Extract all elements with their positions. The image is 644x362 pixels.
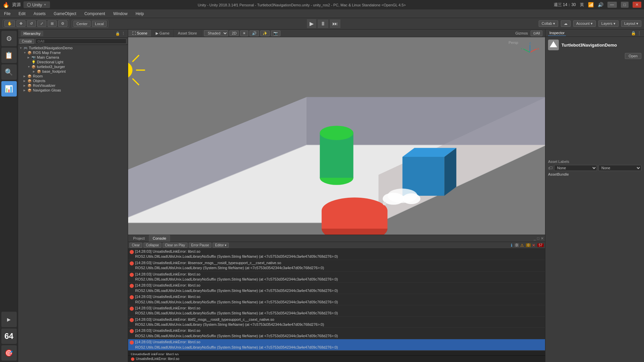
layers-btn[interactable]: Layers ▾ — [598, 20, 619, 27]
asset-bundle-dropdown[interactable]: None — [554, 165, 597, 171]
taskbar-icon-4[interactable]: ▶ — [1, 312, 17, 327]
menu-file[interactable]: File — [3, 11, 12, 17]
clear-on-play-btn[interactable]: Clear on Play — [163, 243, 187, 248]
tree-icon-2: 💡 — [32, 60, 36, 64]
hierarchy-menu-icon[interactable]: ⋮ — [121, 32, 125, 36]
gizmos-label: Gizmos — [515, 31, 528, 35]
menu-help[interactable]: Help — [134, 11, 145, 17]
clear-btn[interactable]: Clear — [129, 243, 142, 248]
inspector-open-btn[interactable]: Open — [625, 53, 641, 59]
hierarchy-lock-icon[interactable]: 🔒 — [115, 32, 120, 36]
shading-dropdown[interactable]: Shaded — [204, 30, 228, 36]
lang-selector[interactable]: 英 — [580, 2, 584, 8]
inspector-lock-btn[interactable]: 🔒 — [631, 31, 636, 36]
console-row-7[interactable]: ⬤ [14:28:03] UnsatisfiedLinkError: librc… — [128, 328, 545, 339]
tab-game[interactable]: ▶ Game — [152, 30, 174, 37]
tree-item-5[interactable]: ▶ 📦 Room — [18, 74, 128, 78]
tree-item-4[interactable]: ▶ 📦 base_footprint — [18, 69, 128, 74]
editor-btn[interactable]: Editor ▾ — [213, 243, 229, 248]
console-row-6[interactable]: ⬤ [14:28:03] UnsatisfiedLinkError: libtf… — [128, 317, 545, 328]
console-row-4[interactable]: ⬤ [14:28:03] UnsatisfiedLinkError: librc… — [128, 294, 545, 305]
gizmos-btn[interactable]: ⊙All — [531, 31, 542, 36]
error-icon-4: ⬤ — [129, 295, 134, 299]
menu-assets[interactable]: Assets — [32, 11, 47, 17]
maximize-panel-btn[interactable]: □ — [537, 236, 539, 240]
taskbar-icon-1[interactable]: 📋 — [1, 48, 17, 63]
hierarchy-tree: ▼ 🎮 Turtlebot3NavigationDemo ▼ 📦 ROS Map… — [18, 45, 128, 362]
account-btn[interactable]: Account ▾ — [573, 20, 596, 27]
menu-window[interactable]: Window — [112, 11, 129, 17]
pause-btn[interactable]: ⏸ — [318, 19, 328, 28]
taskbar-icon-3[interactable]: 📊 — [1, 81, 17, 97]
tree-item-8[interactable]: ▶ 📦 Navigation Gloas — [18, 88, 128, 93]
lights-btn[interactable]: ☀ — [240, 31, 248, 36]
2d-btn[interactable]: 2D — [229, 31, 239, 36]
space-btn[interactable]: Local — [92, 21, 107, 27]
tab-asset-store[interactable]: Asset Store — [174, 30, 201, 37]
tree-arrow-7: ▶ — [23, 84, 28, 87]
console-row-8[interactable]: ⬤ [14:28:03] UnsatisfiedLinkError: librc… — [128, 339, 545, 351]
step-btn[interactable]: ⏭ — [330, 19, 340, 28]
game-label: Game — [159, 31, 169, 35]
rect-tool[interactable]: ⊞ — [48, 20, 57, 27]
console-row-1[interactable]: ⬤ [14:28:03] UnsatisfiedLinkError: libse… — [128, 260, 545, 272]
minimize-btn[interactable]: — — [607, 2, 617, 8]
console-content[interactable]: ⬤ [14:28:03] UnsatisfiedLinkError: librc… — [128, 249, 545, 355]
asset-variant-dropdown[interactable]: None — [598, 165, 641, 171]
menu-gameobject[interactable]: GameObject — [52, 11, 77, 17]
unity-icon[interactable]: ⬡ Unity ▼ — [23, 1, 50, 8]
inspector-tabs: Inspector 🔒 ⋮ — [545, 29, 644, 37]
maximize-btn[interactable]: □ — [621, 2, 629, 8]
camera-btn[interactable]: 📷 — [271, 31, 280, 36]
hand-tool[interactable]: ✋ — [4, 20, 15, 27]
close-btn[interactable]: ✕ — [633, 2, 641, 8]
collapse-btn[interactable]: Collapse — [144, 243, 161, 248]
tree-label-5: Room — [33, 74, 43, 78]
taskbar-icon-0[interactable]: ⚙ — [1, 31, 17, 46]
console-row-2[interactable]: ⬤ [14:28:03] UnsatisfiedLinkError: librc… — [128, 272, 545, 283]
tree-item-0[interactable]: ▼ 📦 ROS Map Frame — [18, 50, 128, 55]
create-btn[interactable]: Create — [19, 39, 34, 44]
console-text-0: [14:28:03] UnsatisfiedLinkError: librcl.… — [135, 249, 544, 259]
effects-btn[interactable]: ✨ — [260, 31, 270, 36]
tree-item-2[interactable]: 💡 Directional Light — [18, 60, 128, 64]
pivot-btn[interactable]: Center — [73, 21, 91, 27]
error-pause-btn[interactable]: Error Pause — [189, 243, 211, 248]
tree-item-3[interactable]: ▼ 📦 turtlebot3_burger — [18, 64, 128, 69]
hierarchy-search[interactable] — [36, 39, 126, 44]
console-text-3: [14:28:03] UnsatisfiedLinkError: librcl.… — [135, 283, 544, 293]
scene-3d — [128, 37, 545, 235]
tree-item-6[interactable]: ▶ 📦 Objects — [18, 78, 128, 83]
collab-btn[interactable]: Collab ▾ — [539, 20, 558, 27]
tree-item-1[interactable]: ▶ 📷 Main Camera — [18, 55, 128, 60]
close-panel-btn[interactable]: ✕ — [541, 236, 544, 241]
inspector-menu-btn[interactable]: ⋮ — [637, 31, 641, 36]
menu-edit[interactable]: Edit — [17, 11, 27, 17]
play-btn[interactable]: ▶ — [307, 19, 316, 28]
transform-tool[interactable]: ⚙ — [58, 20, 67, 27]
console-row-3[interactable]: ⬤ [14:28:03] UnsatisfiedLinkError: librc… — [128, 283, 545, 294]
tree-item-root[interactable]: ▼ 🎮 Turtlebot3NavigationDemo — [18, 46, 128, 50]
scene-viewport[interactable]: X Y Z Persp — [128, 37, 545, 235]
audio-btn[interactable]: 🔊 — [250, 31, 259, 36]
view-tabs: ⛶ Scene ▶ Game Asset Store Shaded 2D ☀ 🔊… — [128, 29, 545, 37]
taskbar-icon-2[interactable]: 🔍 — [1, 64, 17, 80]
layout-btn[interactable]: Layout ▾ — [621, 20, 641, 27]
taskbar-icon-6[interactable]: 🎯 — [1, 345, 17, 361]
tree-item-7[interactable]: ▶ 📦 RosVisualizer — [18, 83, 128, 88]
console-row-5[interactable]: ⬤ [14:28:03] UnsatisfiedLinkError: librc… — [128, 305, 545, 317]
tab-console[interactable]: Console — [149, 235, 170, 242]
svg-line-27 — [530, 49, 537, 52]
inspector-tab[interactable]: Inspector — [548, 30, 566, 36]
taskbar-icon-5[interactable]: 64 — [1, 328, 17, 344]
scale-tool[interactable]: ⤢ — [37, 20, 46, 27]
tab-project[interactable]: Project — [129, 235, 148, 242]
console-text-6: [14:28:03] UnsatisfiedLinkError: libtf2_… — [135, 317, 544, 327]
tab-scene[interactable]: ⛶ Scene — [128, 30, 152, 37]
move-tool[interactable]: ✥ — [16, 20, 25, 27]
minimize-panel-btn[interactable]: _ — [534, 236, 536, 240]
cloud-btn[interactable]: ☁ — [561, 20, 571, 27]
console-row-0[interactable]: ⬤ [14:28:03] UnsatisfiedLinkError: librc… — [128, 249, 545, 260]
rotate-tool[interactable]: ↺ — [27, 20, 36, 27]
menu-component[interactable]: Component — [83, 11, 106, 17]
